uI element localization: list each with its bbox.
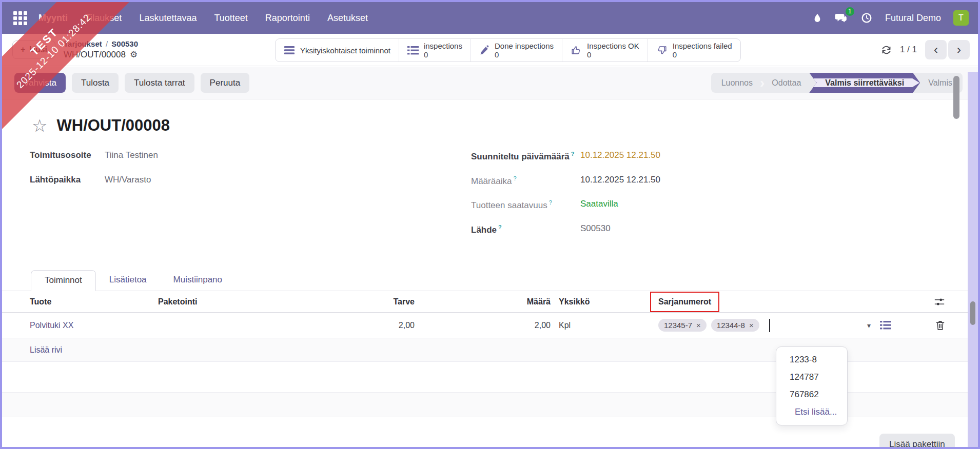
pager: 1 / 1 ‹ › bbox=[881, 40, 970, 59]
serial-option[interactable]: 124787 bbox=[776, 369, 847, 386]
menu-laskutettavaa[interactable]: Laskutettavaa bbox=[139, 13, 197, 24]
demand-cell[interactable]: 2,00 bbox=[322, 321, 415, 330]
thumbs-down-icon bbox=[656, 45, 668, 56]
window-scrollbar-thumb[interactable] bbox=[970, 301, 975, 325]
menu-icon bbox=[284, 46, 295, 55]
cancel-button[interactable]: Peruuta bbox=[201, 73, 250, 93]
status-step-active-wrap: Valmis siirrettäväksi bbox=[809, 73, 920, 93]
activity-clock-icon[interactable] bbox=[860, 12, 873, 24]
inspections-failed-button[interactable]: Inspections failed 0 bbox=[648, 39, 740, 62]
unit-cell: Kpl bbox=[551, 321, 658, 330]
breadcrumb: Tarjoukset / S00530 WH/OUT/00008 ⚙ bbox=[64, 39, 138, 60]
deadline-value: 10.12.2025 12.21.50 bbox=[580, 175, 660, 188]
dropdown-caret-icon[interactable]: ▾ bbox=[867, 321, 871, 330]
remove-tag-icon[interactable]: × bbox=[749, 321, 754, 329]
page-title: WH/OUT/00008 bbox=[56, 116, 170, 135]
availability-value: Saatavilla bbox=[580, 199, 618, 212]
status-step-luonnos[interactable]: Luonnos bbox=[711, 73, 763, 93]
tab-muistiinpano[interactable]: Muistiinpano bbox=[160, 270, 236, 291]
water-drop-icon[interactable] bbox=[812, 12, 822, 24]
availability-label: Tuotteen saatavuus? bbox=[471, 199, 580, 212]
quantity-cell[interactable]: 2,00 bbox=[415, 321, 551, 330]
print-labels-button[interactable]: Tulosta tarrat bbox=[125, 73, 194, 93]
pager-next-button[interactable]: › bbox=[948, 40, 970, 59]
help-icon: ? bbox=[571, 151, 575, 157]
scheduled-date-value[interactable]: 10.12.2025 12.21.50 bbox=[580, 150, 660, 163]
inspections-ok-label: Inspections OK bbox=[587, 42, 639, 50]
header-yksikko[interactable]: Yksikkö bbox=[551, 297, 658, 307]
menu-asetukset[interactable]: Asetukset bbox=[327, 13, 368, 24]
status-step-odottaa[interactable]: Odottaa bbox=[761, 73, 811, 93]
confirm-button[interactable]: Vahvista bbox=[14, 73, 66, 93]
serial-option[interactable]: 767862 bbox=[776, 386, 847, 403]
messages-icon[interactable]: 1 bbox=[835, 12, 848, 24]
pager-count: 1 / 1 bbox=[900, 45, 917, 55]
menu-tuotteet[interactable]: Tuotteet bbox=[214, 13, 247, 24]
inspections-button[interactable]: inspections 0 bbox=[399, 39, 471, 62]
menu-tilaukset[interactable]: Tilaukset bbox=[85, 13, 122, 24]
detailed-operations-row-icon[interactable] bbox=[874, 320, 897, 330]
breadcrumb-s00530[interactable]: S00530 bbox=[111, 39, 138, 48]
menu-raportointi[interactable]: Raportointi bbox=[265, 13, 310, 24]
new-button-label: Uusi bbox=[29, 45, 47, 54]
refresh-icon[interactable] bbox=[881, 45, 892, 55]
window-scrollbar[interactable] bbox=[968, 72, 978, 447]
product-link[interactable]: Polvituki XX bbox=[30, 321, 73, 330]
add-to-package-button[interactable]: Lisää pakettiin bbox=[879, 434, 955, 449]
app-name-myynti[interactable]: Myynti bbox=[38, 13, 68, 24]
done-inspections-label: Done inspections bbox=[495, 42, 554, 50]
header-tuote[interactable]: Tuote bbox=[30, 297, 158, 307]
favorite-star-icon[interactable]: ☆ bbox=[32, 117, 47, 134]
delivery-address-value[interactable]: Tiina Testinen bbox=[105, 150, 158, 160]
add-row-link[interactable]: Lisää rivi bbox=[30, 345, 62, 355]
source-location-value[interactable]: WH/Varasto bbox=[105, 175, 151, 185]
pencil-icon bbox=[479, 45, 489, 55]
search-more-option[interactable]: Etsi lisää... bbox=[776, 403, 847, 421]
source-document-value[interactable]: S00530 bbox=[580, 223, 611, 236]
smart-buttons: Yksityiskohtaiset toiminnot inspections … bbox=[275, 38, 741, 62]
deadline-label: Määräaika? bbox=[471, 175, 580, 188]
breadcrumb-tarjoukset[interactable]: Tarjoukset bbox=[64, 39, 102, 48]
breadcrumb-record-name: WH/OUT/00008 bbox=[64, 49, 126, 60]
navbar-right: 1 Futural Demo T bbox=[812, 10, 969, 26]
done-inspections-count: 0 bbox=[495, 50, 554, 59]
done-inspections-button[interactable]: Done inspections 0 bbox=[471, 39, 562, 62]
status-step-valmis-siirrettavaksi[interactable]: Valmis siirrettäväksi bbox=[810, 78, 919, 87]
serial-tag[interactable]: 12345-7 × bbox=[658, 319, 707, 332]
header-sarjanumerot-highlight[interactable]: Sarjanumerot bbox=[650, 292, 719, 312]
help-icon: ? bbox=[513, 175, 516, 181]
inspections-failed-label: Inspections failed bbox=[673, 42, 732, 50]
header-maara[interactable]: Määrä bbox=[415, 297, 551, 307]
delete-row-icon[interactable] bbox=[935, 320, 945, 331]
header-paketointi[interactable]: Paketointi bbox=[158, 297, 322, 307]
top-navbar: Myynti Tilaukset Laskutettavaa Tuotteet … bbox=[2, 2, 978, 34]
form-fields: Toimitusosoite Tiina Testinen Lähtöpaikk… bbox=[2, 135, 978, 248]
list-icon bbox=[407, 46, 419, 55]
detailed-operations-button[interactable]: Yksityiskohtaiset toiminnot bbox=[276, 39, 399, 62]
serial-numbers-field[interactable]: 12345-7 × 12344-8 × ▾ bbox=[658, 319, 874, 332]
inner-scrollbar-thumb[interactable] bbox=[953, 76, 959, 119]
apps-menu-icon[interactable] bbox=[13, 11, 27, 25]
help-icon: ? bbox=[549, 199, 552, 206]
tab-toiminnot[interactable]: Toiminnot bbox=[31, 270, 96, 291]
scheduled-date-label: Suunniteltu päivämäärä? bbox=[471, 150, 580, 163]
inspections-label: inspections bbox=[424, 42, 462, 50]
tab-lisatietoa[interactable]: Lisätietoa bbox=[96, 270, 160, 291]
header-tarve[interactable]: Tarve bbox=[322, 297, 415, 307]
inspections-ok-count: 0 bbox=[587, 50, 639, 59]
serial-tag[interactable]: 12344-8 × bbox=[711, 319, 759, 332]
serial-option[interactable]: 1233-8 bbox=[776, 351, 847, 369]
new-button[interactable]: + Uusi bbox=[12, 40, 55, 59]
inspections-ok-button[interactable]: Inspections OK 0 bbox=[562, 39, 648, 62]
gear-icon[interactable]: ⚙ bbox=[130, 49, 138, 60]
serial-dropdown: 1233-8 124787 767862 Etsi lisää... bbox=[776, 346, 848, 425]
help-icon: ? bbox=[498, 224, 502, 230]
source-document-label: Lähde? bbox=[471, 223, 580, 236]
print-button[interactable]: Tulosta bbox=[72, 73, 119, 93]
company-name[interactable]: Futural Demo bbox=[885, 13, 941, 24]
optional-columns-icon[interactable] bbox=[934, 297, 945, 307]
user-avatar[interactable]: T bbox=[953, 10, 969, 26]
remove-tag-icon[interactable]: × bbox=[696, 321, 701, 329]
text-cursor bbox=[769, 319, 770, 332]
pager-previous-button[interactable]: ‹ bbox=[925, 40, 947, 59]
